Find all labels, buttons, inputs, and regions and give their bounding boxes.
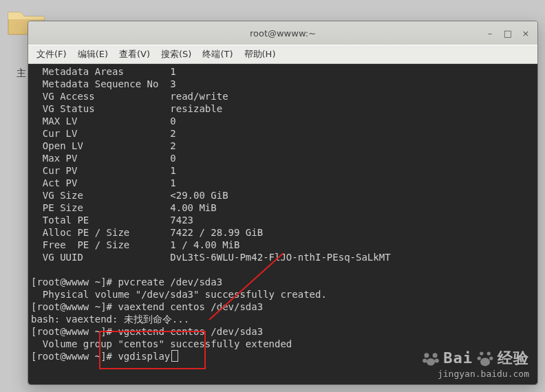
cursor (171, 350, 178, 362)
prompt: [root@wwww ~]# (31, 326, 118, 337)
window-controls: – □ × (481, 24, 535, 42)
menu-search[interactable]: 搜索(S) (156, 47, 197, 62)
menu-edit[interactable]: 编辑(E) (72, 47, 114, 62)
prompt: [root@wwww ~]# (31, 301, 118, 312)
titlebar[interactable]: root@wwww:~ – □ × (28, 21, 537, 45)
prompt: [root@wwww ~]# (31, 351, 118, 362)
prompt: [root@wwww ~]# (31, 276, 118, 287)
terminal-window: root@wwww:~ – □ × 文件(F) 编辑(E) 查看(V) 搜索(S… (28, 21, 538, 385)
menu-file[interactable]: 文件(F) (31, 47, 72, 62)
minimize-button[interactable]: – (481, 24, 499, 42)
terminal-body[interactable]: Metadata Areas 1 Metadata Sequence No 3 … (28, 64, 537, 384)
maximize-button[interactable]: □ (499, 24, 517, 42)
menu-help[interactable]: 帮助(H) (239, 47, 281, 62)
truncated-text: 主 (17, 67, 26, 80)
menu-term[interactable]: 终端(T) (197, 47, 238, 62)
close-button[interactable]: × (517, 24, 535, 42)
menu-view[interactable]: 查看(V) (114, 47, 156, 62)
window-title: root@wwww:~ (250, 28, 316, 39)
terminal-output: Metadata Areas 1 Metadata Sequence No 3 … (31, 65, 535, 362)
menubar: 文件(F) 编辑(E) 查看(V) 搜索(S) 终端(T) 帮助(H) (28, 45, 537, 64)
desktop: 主 root@wwww:~ – □ × 文件(F) 编辑(E) 查看(V) 搜索… (0, 0, 545, 392)
watermark-url: jingyan.baidu.com (421, 368, 529, 380)
